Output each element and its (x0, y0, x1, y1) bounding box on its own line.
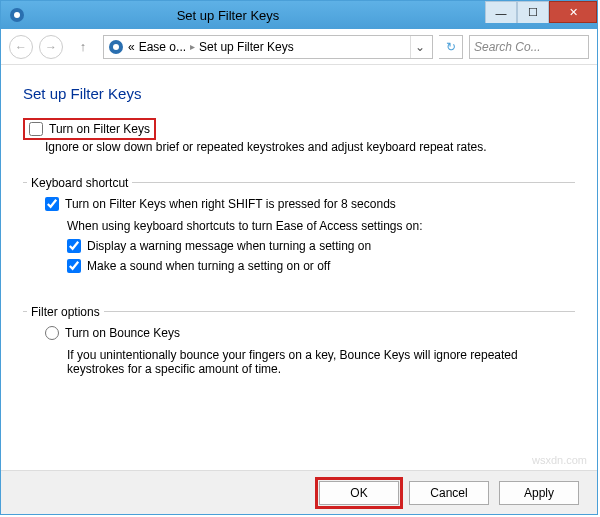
forward-button[interactable]: → (39, 35, 63, 59)
shortcut-sub-intro: When using keyboard shortcuts to turn Ea… (67, 219, 565, 233)
address-dropdown[interactable]: ⌄ (410, 36, 428, 58)
nav-bar: ← → ↑ « Ease o... ▸ Set up Filter Keys ⌄… (1, 29, 597, 65)
turn-on-filter-keys-checkbox[interactable] (29, 122, 43, 136)
make-sound-checkbox[interactable] (67, 259, 81, 273)
chevron-right-icon: ▸ (190, 41, 195, 52)
display-warning-label: Display a warning message when turning a… (87, 239, 371, 253)
breadcrumb-item-ease[interactable]: Ease o... (139, 40, 186, 54)
content-area: Set up Filter Keys Turn on Filter Keys I… (1, 65, 597, 470)
refresh-icon: ↻ (446, 40, 456, 54)
keyboard-shortcut-legend: Keyboard shortcut (27, 176, 132, 190)
filter-options-group: Filter options Turn on Bounce Keys If yo… (23, 297, 575, 384)
turn-on-description: Ignore or slow down brief or repeated ke… (45, 140, 575, 154)
svg-point-1 (14, 12, 20, 18)
title-bar: Set up Filter Keys — ☐ ✕ (1, 1, 597, 29)
search-input[interactable]: Search Co... (469, 35, 589, 59)
address-bar[interactable]: « Ease o... ▸ Set up Filter Keys ⌄ (103, 35, 433, 59)
search-placeholder: Search Co... (474, 40, 541, 54)
bounce-keys-label: Turn on Bounce Keys (65, 326, 180, 340)
window-buttons: — ☐ ✕ (485, 1, 597, 29)
keyboard-shortcut-group: Keyboard shortcut Turn on Filter Keys wh… (23, 168, 575, 285)
bounce-keys-description: If you unintentionally bounce your finge… (67, 348, 565, 376)
svg-point-3 (113, 44, 119, 50)
breadcrumb-item-filterkeys[interactable]: Set up Filter Keys (199, 40, 294, 54)
cancel-button[interactable]: Cancel (409, 481, 489, 505)
maximize-button[interactable]: ☐ (517, 1, 549, 23)
window-frame: Set up Filter Keys — ☐ ✕ ← → ↑ « Ease o.… (0, 0, 598, 515)
watermark: wsxdn.com (532, 454, 587, 466)
button-bar: OK Cancel Apply (1, 470, 597, 514)
chevron-down-icon: ⌄ (415, 40, 425, 54)
up-button[interactable]: ↑ (73, 37, 93, 57)
right-shift-label: Turn on Filter Keys when right SHIFT is … (65, 197, 396, 211)
highlight-turn-on: Turn on Filter Keys (23, 118, 156, 140)
ok-button[interactable]: OK (319, 481, 399, 505)
breadcrumb-prefix: « (128, 40, 135, 54)
refresh-button[interactable]: ↻ (439, 35, 463, 59)
right-shift-checkbox[interactable] (45, 197, 59, 211)
close-button[interactable]: ✕ (549, 1, 597, 23)
bounce-keys-radio[interactable] (45, 326, 59, 340)
display-warning-checkbox[interactable] (67, 239, 81, 253)
page-title: Set up Filter Keys (23, 85, 575, 102)
app-icon (9, 7, 25, 23)
arrow-right-icon: → (45, 40, 57, 54)
minimize-button[interactable]: — (485, 1, 517, 23)
turn-on-filter-keys-label: Turn on Filter Keys (49, 122, 150, 136)
window-title: Set up Filter Keys (31, 8, 485, 23)
ease-of-access-icon (108, 39, 124, 55)
arrow-left-icon: ← (15, 40, 27, 54)
arrow-up-icon: ↑ (80, 39, 87, 54)
back-button[interactable]: ← (9, 35, 33, 59)
apply-button[interactable]: Apply (499, 481, 579, 505)
make-sound-label: Make a sound when turning a setting on o… (87, 259, 330, 273)
filter-options-legend: Filter options (27, 305, 104, 319)
